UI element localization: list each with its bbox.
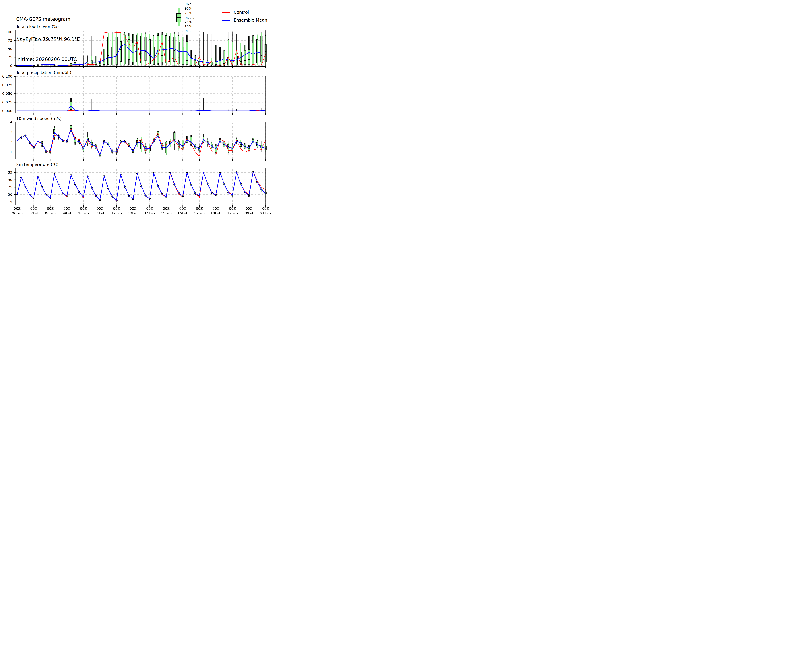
precip-panel-title: Total precipitation (mm/6h): [16, 70, 71, 75]
figure-title: CMA-GEPS meteogram: [16, 16, 80, 23]
wind-chart-canvas: [14, 122, 269, 163]
x-tick-day-label: 14Feb: [143, 211, 157, 216]
x-tick-hour-label: 00Z: [143, 206, 157, 211]
legend-median-label: median: [185, 16, 196, 19]
meteogram-figure: CMA-GEPS meteogram NayPyiTaw 19.75°N 96.…: [0, 0, 271, 217]
x-tick-day-label: 10Feb: [76, 211, 90, 216]
control-line-swatch: [222, 12, 230, 13]
x-tick-day-label: 18Feb: [209, 211, 223, 216]
x-tick-hour-label: 00Z: [76, 206, 90, 211]
x-tick-hour-label: 00Z: [209, 206, 223, 211]
y-tick-label: 0: [0, 64, 12, 68]
x-tick-hour-label: 00Z: [60, 206, 74, 211]
y-tick-label: 1: [0, 150, 12, 154]
x-tick-hour-label: 00Z: [27, 206, 41, 211]
cloud-chart-canvas: [14, 30, 269, 70]
temp-chart-canvas: [14, 168, 269, 208]
x-tick-hour-label: 00Z: [258, 206, 271, 211]
x-tick-hour-label: 00Z: [225, 206, 240, 211]
x-tick-day-label: 15Feb: [159, 211, 173, 216]
x-tick-hour-label: 00Z: [43, 206, 57, 211]
y-tick-label: 0.000: [0, 109, 12, 113]
x-tick-day-label: 19Feb: [225, 211, 240, 216]
y-tick-label: 4: [0, 120, 12, 124]
y-tick-label: 0.075: [0, 83, 12, 87]
x-tick-day-label: 12Feb: [110, 211, 124, 216]
y-tick-label: 0.100: [0, 74, 12, 78]
x-tick-day-label: 17Feb: [192, 211, 206, 216]
wind-panel-title: 10m wind speed (m/s): [16, 116, 62, 121]
legend-max-label: max: [185, 2, 191, 5]
ensemble-line-swatch: [222, 20, 230, 21]
y-tick-label: 30: [0, 178, 12, 182]
x-tick-day-label: 06Feb: [10, 211, 24, 216]
x-tick-hour-label: 00Z: [110, 206, 124, 211]
legend-median-line-icon: [177, 17, 182, 18]
x-tick-hour-label: 00Z: [10, 206, 24, 211]
legend-75pct-label: 75%: [185, 12, 192, 15]
y-tick-label: 15: [0, 200, 12, 204]
x-tick-day-label: 11Feb: [93, 211, 107, 216]
cloud-panel-title: Total cloud cover (%): [16, 24, 59, 29]
x-tick-hour-label: 00Z: [159, 206, 173, 211]
x-tick-day-label: 13Feb: [126, 211, 140, 216]
x-tick-day-label: 16Feb: [176, 211, 190, 216]
x-tick-hour-label: 00Z: [176, 206, 190, 211]
y-tick-label: 2: [0, 140, 12, 144]
y-tick-label: 25: [0, 185, 12, 189]
legend-90pct-label: 90%: [185, 7, 192, 10]
y-tick-label: 25: [0, 55, 12, 59]
x-tick-hour-label: 00Z: [93, 206, 107, 211]
x-tick-day-label: 08Feb: [43, 211, 57, 216]
control-legend-label: Control: [234, 10, 249, 15]
y-tick-label: 35: [0, 170, 12, 174]
x-tick-hour-label: 00Z: [192, 206, 206, 211]
x-tick-day-label: 07Feb: [27, 211, 41, 216]
precip-chart-canvas: [14, 76, 269, 116]
x-tick-day-label: 09Feb: [60, 211, 74, 216]
x-tick-day-label: 20Feb: [242, 211, 256, 216]
y-tick-label: 20: [0, 192, 12, 197]
ensemble-legend-label: Ensemble Mean: [234, 18, 267, 23]
y-tick-label: 75: [0, 38, 12, 43]
y-tick-label: 100: [0, 30, 12, 34]
legend-10pct-label: 10%: [185, 25, 192, 28]
x-tick-day-label: 21Feb: [258, 211, 271, 216]
y-tick-label: 50: [0, 47, 12, 51]
y-tick-label: 0.050: [0, 92, 12, 96]
temp-panel-title: 2m temperature (℃): [16, 162, 58, 167]
y-tick-label: 3: [0, 130, 12, 134]
x-tick-hour-label: 00Z: [126, 206, 140, 211]
x-tick-hour-label: 00Z: [242, 206, 256, 211]
legend-25pct-label: 25%: [185, 21, 192, 24]
y-tick-label: 0.025: [0, 100, 12, 104]
